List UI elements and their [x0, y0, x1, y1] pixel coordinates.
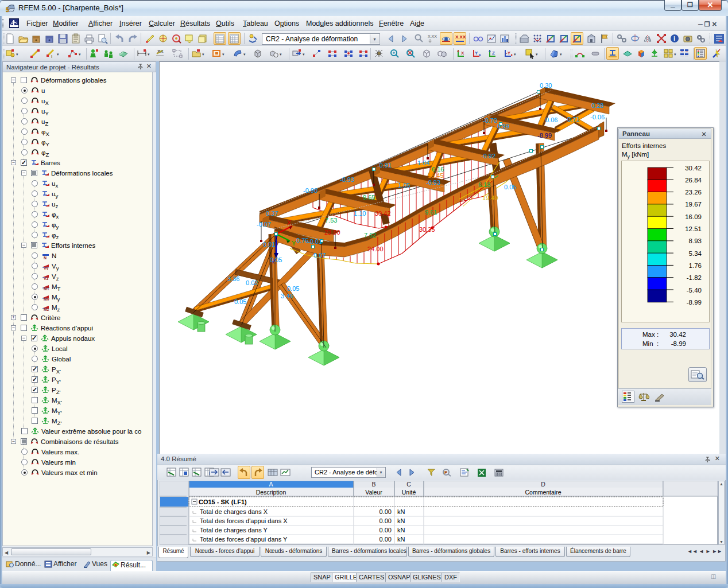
svg-text:Total de charges dans X: Total de charges dans X	[200, 508, 268, 515]
svg-text:0.00: 0.00	[380, 508, 392, 515]
svg-text:-5.40: -5.40	[687, 287, 702, 294]
svg-text:3.46: 3.46	[281, 293, 293, 299]
svg-text:-0.91: -0.91	[377, 162, 392, 169]
svg-text:0.37: 0.37	[266, 210, 278, 217]
svg-text:0.05: 0.05	[504, 184, 516, 190]
svg-text:-0.99: -0.99	[495, 123, 509, 130]
svg-text:0.05: 0.05	[234, 298, 246, 305]
svg-text:Mz: Mz	[44, 307, 49, 311]
svg-text:0.05: 0.05	[270, 256, 282, 263]
svg-text:CO15 - SK (LF1): CO15 - SK (LF1)	[199, 499, 247, 505]
svg-text:0.71: 0.71	[567, 116, 579, 123]
svg-text:30.35: 30.35	[419, 226, 435, 233]
svg-text:19.67: 19.67	[685, 201, 702, 208]
svg-text:Y: Y	[292, 240, 296, 247]
svg-text:7.62: 7.62	[364, 232, 376, 239]
svg-text:C: C	[406, 481, 411, 488]
svg-text:0.00: 0.00	[380, 517, 392, 524]
svg-text:1.05: 1.05	[398, 182, 410, 189]
svg-text:-0.06: -0.06	[590, 114, 605, 120]
svg-text:30.42: 30.42	[685, 165, 702, 172]
svg-text:-8.99: -8.99	[537, 132, 552, 139]
svg-text:D: D	[541, 481, 545, 488]
svg-text:5: 5	[6, 7, 9, 13]
svg-text:-8.99: -8.99	[687, 299, 702, 306]
svg-text:1.76: 1.76	[689, 262, 702, 269]
svg-text:Unité: Unité	[402, 489, 416, 496]
svg-text:7.53: 7.53	[325, 217, 337, 224]
svg-text:0.07: 0.07	[313, 252, 326, 259]
svg-text:0.06: 0.06	[545, 116, 557, 123]
svg-text:1.04: 1.04	[417, 159, 429, 166]
svg-text:MT: MT	[44, 287, 50, 290]
svg-text:24.00: 24.00	[367, 246, 384, 252]
svg-text:3.36: 3.36	[227, 275, 239, 282]
svg-text:-0.92: -0.92	[481, 153, 495, 159]
svg-text:0.05: 0.05	[287, 285, 299, 292]
svg-text:I: I	[51, 54, 52, 59]
svg-text:9.65: 9.65	[363, 194, 375, 201]
svg-text:0.02: 0.02	[246, 279, 258, 286]
svg-text:-Y: -Y	[506, 50, 511, 56]
svg-text:Commentaire: Commentaire	[525, 489, 561, 496]
svg-text:19.49: 19.49	[482, 194, 498, 201]
svg-text:X: X	[461, 50, 464, 56]
svg-text:0.30: 0.30	[540, 82, 552, 89]
svg-text:-0.01: -0.01	[308, 238, 322, 245]
svg-text:12.51: 12.51	[685, 225, 702, 232]
svg-text:N: N	[44, 256, 47, 259]
svg-text:-0.93: -0.93	[426, 179, 440, 186]
svg-text:0.00: 0.00	[380, 527, 392, 534]
svg-text:-0.07: -0.07	[257, 221, 271, 228]
svg-text:19.45: 19.45	[428, 172, 444, 179]
svg-text:30.42: 30.42	[375, 210, 391, 217]
svg-text:Description: Description	[256, 489, 286, 496]
svg-text:Valeur: Valeur	[365, 489, 382, 496]
svg-text:-0.93: -0.93	[340, 176, 354, 183]
svg-text:Vz: Vz	[44, 277, 49, 280]
svg-text:0.76: 0.76	[296, 237, 308, 244]
svg-text:8.93: 8.93	[689, 237, 702, 244]
svg-text:kN: kN	[397, 508, 405, 515]
svg-text:9.61: 9.61	[425, 209, 437, 216]
svg-text:23.26: 23.26	[685, 189, 702, 196]
svg-text:-1.82: -1.82	[687, 274, 702, 281]
svg-text:Y: Y	[475, 50, 478, 56]
svg-text:kN: kN	[397, 517, 405, 524]
svg-text:1.10: 1.10	[354, 210, 366, 217]
svg-text:X.XX: X.XX	[455, 34, 466, 40]
svg-text:Z: Z	[492, 50, 495, 56]
svg-text:5.34: 5.34	[689, 250, 702, 257]
svg-text:-0.90: -0.90	[303, 187, 317, 194]
svg-text:0.28: 0.28	[591, 102, 603, 109]
svg-text:Total des forces d'appui dans: Total des forces d'appui dans X	[200, 517, 288, 524]
svg-text:X.XX: X.XX	[428, 34, 437, 38]
svg-text:23.80: 23.80	[324, 229, 340, 236]
svg-text:16.09: 16.09	[685, 213, 702, 220]
svg-text:Vy: Vy	[44, 266, 48, 270]
svg-text:0.01: 0.01	[263, 241, 275, 248]
svg-text:kN: kN	[397, 536, 405, 543]
svg-text:P: P	[444, 470, 448, 475]
svg-text:My: My	[44, 297, 49, 301]
svg-text:i: i	[673, 35, 675, 42]
svg-text:0.00: 0.00	[380, 536, 392, 543]
svg-text:Total des forces d'appui dans: Total des forces d'appui dans Y	[200, 536, 288, 543]
svg-text:6.18: 6.18	[478, 181, 490, 188]
svg-text:Total de charges dans Y: Total de charges dans Y	[200, 527, 268, 534]
svg-text:B: B	[371, 481, 375, 488]
svg-text:A: A	[269, 481, 273, 488]
svg-text:kN: kN	[397, 527, 405, 534]
svg-text:26.84: 26.84	[685, 177, 702, 184]
